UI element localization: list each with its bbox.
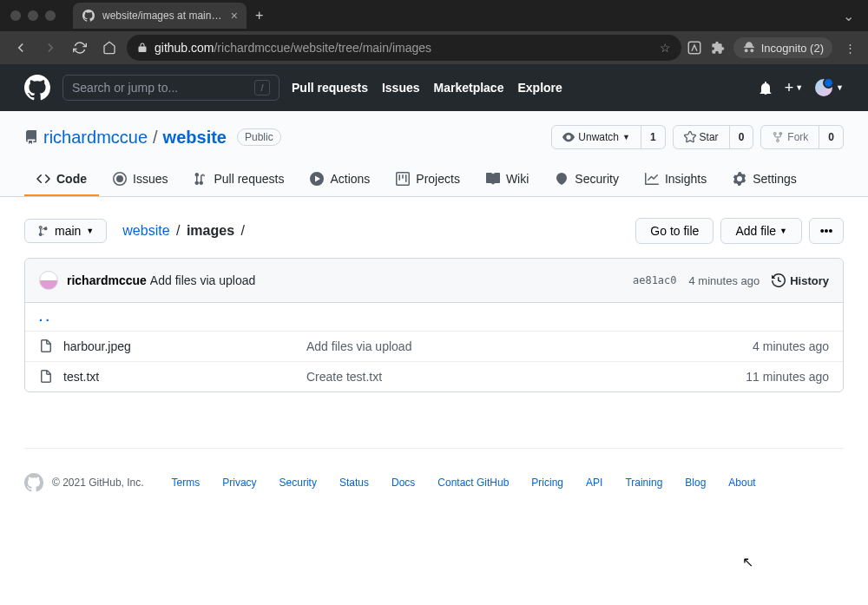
commit-sha[interactable]: ae81ac0 bbox=[633, 274, 677, 286]
file-row: harbour.jpegAdd files via upload4 minute… bbox=[25, 332, 843, 362]
latest-commit-row: richardmccue Add files via upload ae81ac… bbox=[25, 259, 843, 303]
fork-count[interactable]: 0 bbox=[819, 125, 844, 149]
breadcrumb-repo[interactable]: website bbox=[122, 223, 169, 238]
branch-selector[interactable]: main ▼ bbox=[24, 219, 107, 243]
create-menu[interactable]: +▼ bbox=[785, 79, 803, 97]
footer-link-contact-github[interactable]: Contact GitHub bbox=[437, 477, 509, 489]
file-icon bbox=[39, 370, 53, 384]
window-controls bbox=[7, 10, 62, 21]
star-button[interactable]: Star bbox=[673, 125, 730, 149]
fork-icon bbox=[772, 131, 784, 143]
file-name-link[interactable]: harbour.jpeg bbox=[63, 339, 306, 353]
fork-button[interactable]: Fork bbox=[760, 125, 819, 149]
footer-link-status[interactable]: Status bbox=[339, 477, 369, 489]
back-button[interactable] bbox=[9, 36, 33, 60]
nav-pull-requests[interactable]: Pull requests bbox=[292, 81, 368, 95]
history-link[interactable]: History bbox=[772, 273, 829, 287]
close-tab-icon[interactable]: × bbox=[231, 9, 238, 23]
github-logo-icon[interactable] bbox=[24, 473, 43, 492]
watch-count[interactable]: 1 bbox=[641, 125, 666, 149]
browser-menu-icon[interactable]: ⋮ bbox=[841, 42, 859, 55]
tab-bar: website/images at main · richar… × + ⌄ bbox=[0, 0, 868, 31]
commit-time: 4 minutes ago bbox=[689, 274, 760, 287]
tab-code[interactable]: Code bbox=[24, 163, 99, 196]
go-to-file-button[interactable]: Go to file bbox=[635, 218, 713, 244]
user-menu[interactable]: ▼ bbox=[815, 79, 844, 96]
search-input[interactable]: Search or jump to... / bbox=[62, 75, 279, 101]
tab-settings[interactable]: Settings bbox=[720, 163, 809, 196]
footer-link-about[interactable]: About bbox=[728, 477, 755, 489]
url-host: github.com bbox=[155, 41, 214, 55]
branch-name: main bbox=[55, 224, 81, 238]
close-window-icon[interactable] bbox=[10, 10, 21, 21]
nav-marketplace[interactable]: Marketplace bbox=[434, 81, 504, 95]
add-file-button[interactable]: Add file▼ bbox=[720, 218, 802, 244]
footer: © 2021 GitHub, Inc. TermsPrivacySecurity… bbox=[24, 448, 844, 516]
file-commit-message[interactable]: Create test.txt bbox=[306, 370, 746, 384]
path-separator: / bbox=[153, 128, 158, 148]
repo-owner-link[interactable]: richardmccue bbox=[43, 128, 148, 148]
extensions-icon[interactable] bbox=[711, 41, 725, 55]
commit-author[interactable]: richardmccue bbox=[67, 273, 147, 287]
github-header: Search or jump to... / Pull requestsIssu… bbox=[0, 64, 868, 111]
tab-pull-requests[interactable]: Pull requests bbox=[181, 163, 296, 196]
path-breadcrumb: website / images / bbox=[122, 223, 247, 239]
file-name-link[interactable]: test.txt bbox=[63, 370, 306, 384]
tab-projects[interactable]: Projects bbox=[384, 163, 472, 196]
tab-insights[interactable]: Insights bbox=[633, 163, 719, 196]
bookmark-star-icon[interactable]: ☆ bbox=[660, 41, 671, 55]
file-listing: richardmccue Add files via upload ae81ac… bbox=[24, 258, 844, 392]
new-tab-button[interactable]: + bbox=[255, 8, 263, 23]
notifications-icon[interactable] bbox=[759, 81, 773, 95]
address-bar[interactable]: github.com/richardmccue/website/tree/mai… bbox=[127, 35, 681, 61]
nav-issues[interactable]: Issues bbox=[382, 81, 420, 95]
lock-icon bbox=[137, 43, 148, 53]
watch-button[interactable]: Unwatch ▼ bbox=[551, 125, 641, 149]
tab-security[interactable]: Security bbox=[542, 163, 631, 196]
nav-explore[interactable]: Explore bbox=[517, 81, 562, 95]
browser-tab[interactable]: website/images at main · richar… × bbox=[73, 3, 247, 29]
avatar-icon bbox=[815, 79, 832, 96]
file-time: 11 minutes ago bbox=[746, 370, 829, 384]
repo-header: richardmccue / website Public Unwatch ▼ … bbox=[0, 111, 868, 197]
repo-icon bbox=[24, 130, 38, 144]
tab-wiki[interactable]: Wiki bbox=[474, 163, 541, 196]
incognito-indicator[interactable]: Incognito (2) bbox=[733, 37, 832, 58]
footer-link-security[interactable]: Security bbox=[279, 477, 317, 489]
history-icon bbox=[772, 273, 786, 287]
footer-link-api[interactable]: API bbox=[586, 477, 602, 489]
reader-mode-icon[interactable] bbox=[687, 40, 702, 56]
incognito-label: Incognito (2) bbox=[761, 42, 824, 55]
caret-down-icon: ▼ bbox=[86, 227, 94, 235]
url-bar: github.com/richardmccue/website/tree/mai… bbox=[0, 31, 868, 64]
footer-link-blog[interactable]: Blog bbox=[685, 477, 706, 489]
slash-shortcut-icon: / bbox=[254, 80, 270, 95]
file-icon bbox=[39, 339, 53, 353]
commit-avatar-icon[interactable] bbox=[39, 271, 58, 290]
repo-name-link[interactable]: website bbox=[163, 128, 227, 148]
footer-link-training[interactable]: Training bbox=[625, 477, 662, 489]
browser-chrome: website/images at main · richar… × + ⌄ g… bbox=[0, 0, 868, 64]
reload-button[interactable] bbox=[68, 36, 92, 60]
github-logo-icon[interactable] bbox=[24, 75, 50, 101]
footer-link-docs[interactable]: Docs bbox=[391, 477, 415, 489]
tabs-dropdown-icon[interactable]: ⌄ bbox=[843, 8, 861, 24]
parent-directory-link[interactable]: . . bbox=[25, 303, 843, 332]
more-options-button[interactable]: ••• bbox=[809, 218, 844, 244]
cursor-icon: ↖ bbox=[742, 554, 753, 570]
footer-link-privacy[interactable]: Privacy bbox=[222, 477, 256, 489]
star-count[interactable]: 0 bbox=[730, 125, 754, 149]
tab-issues[interactable]: Issues bbox=[101, 163, 180, 196]
star-icon bbox=[684, 131, 696, 143]
home-button[interactable] bbox=[97, 36, 122, 60]
footer-link-pricing[interactable]: Pricing bbox=[531, 477, 563, 489]
forward-button[interactable] bbox=[38, 36, 62, 60]
maximize-window-icon[interactable] bbox=[45, 10, 56, 21]
github-favicon-icon bbox=[82, 9, 95, 23]
kebab-icon: ••• bbox=[820, 224, 833, 238]
file-commit-message[interactable]: Add files via upload bbox=[306, 339, 753, 353]
minimize-window-icon[interactable] bbox=[28, 10, 38, 21]
tab-actions[interactable]: Actions bbox=[298, 163, 382, 196]
commit-message[interactable]: Add files via upload bbox=[150, 273, 255, 287]
footer-link-terms[interactable]: Terms bbox=[172, 477, 201, 489]
